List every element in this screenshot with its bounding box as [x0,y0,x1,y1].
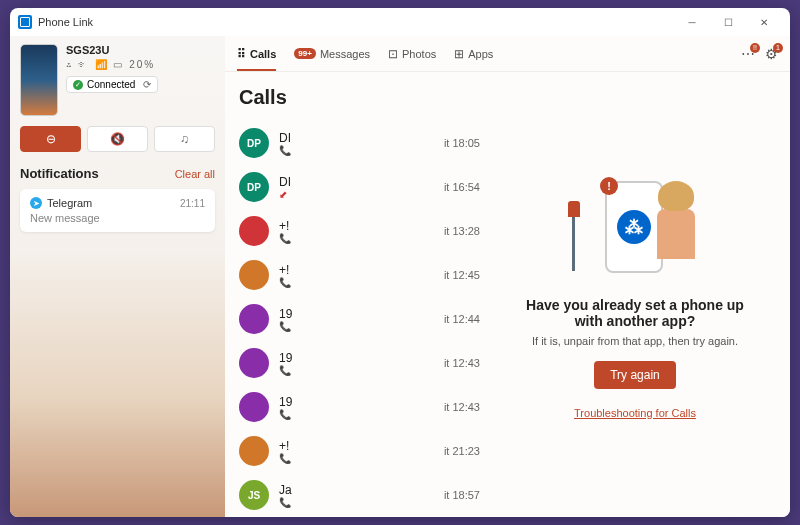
tab-messages-label: Messages [320,48,370,60]
photo-icon: ⊡ [388,47,398,61]
minimize-button[interactable]: ─ [674,8,710,36]
avatar [239,260,269,290]
call-type-icon: ⬋ [279,189,434,200]
wifi-icon: ᯤ [78,59,90,70]
call-info: DI📞 [279,131,434,156]
tab-apps-label: Apps [468,48,493,60]
call-type-icon: 📞 [279,321,434,332]
tab-calls-label: Calls [250,48,276,60]
call-time: it 13:28 [444,225,480,237]
apps-icon: ⊞ [454,47,464,61]
more-button[interactable]: ⋯ !! [741,46,755,62]
call-row[interactable]: +!📞it 12:45 [239,253,480,297]
main-panel: ⠿ Calls 99+ Messages ⊡ Photos ⊞ Apps ⋯ [225,36,790,517]
call-info: +!📞 [279,219,434,244]
avatar: JS [239,480,269,510]
call-row[interactable]: DPDI📞it 18:05 [239,121,480,165]
window-title: Phone Link [38,16,93,28]
tab-bar: ⠿ Calls 99+ Messages ⊡ Photos ⊞ Apps ⋯ [225,36,790,72]
device-name: SGS23U [66,44,215,56]
call-type-icon: 📞 [279,453,434,464]
action-row: ⊖ 🔇 ♫ [20,126,215,152]
app-body: SGS23U ⁂ ᯤ 📶 ▭ 20% ✓ Connected ⟳ [10,36,790,517]
call-row[interactable]: 19📞it 12:44 [239,297,480,341]
call-info: +!📞 [279,439,434,464]
try-again-button[interactable]: Try again [594,361,676,389]
call-type-icon: 📞 [279,145,434,156]
call-type-icon: 📞 [279,365,434,376]
avatar [239,216,269,246]
call-name: +! [279,219,434,233]
signal-icon: 📶 [95,59,109,70]
battery-percent: 20% [129,59,155,70]
call-row[interactable]: 19📞it 12:43 [239,385,480,429]
battery-icon: ▭ [113,59,124,70]
call-time: it 21:23 [444,445,480,457]
bluetooth-icon: ⁂ [617,210,651,244]
call-type-icon: 📞 [279,233,434,244]
refresh-icon[interactable]: ⟳ [143,79,151,90]
connection-status[interactable]: ✓ Connected ⟳ [66,76,158,93]
notification-message: New message [30,212,205,224]
avatar: DP [239,128,269,158]
call-type-icon: 📞 [279,497,434,508]
call-row[interactable]: 19📞it 12:43 [239,341,480,385]
troubleshooting-link[interactable]: Troubleshooting for Calls [574,407,696,419]
call-time: it 12:43 [444,401,480,413]
phone-thumbnail[interactable] [20,44,58,116]
notification-card[interactable]: ➤ Telegram 21:11 New message [20,189,215,232]
notifications-title: Notifications [20,166,99,181]
prompt-title: Have you already set a phone up with ano… [525,297,745,329]
call-time: it 12:45 [444,269,480,281]
call-info: 19📞 [279,395,434,420]
call-row[interactable]: JSJa📞it 18:57 [239,473,480,517]
call-type-icon: 📞 [279,277,434,288]
call-name: 19 [279,307,434,321]
calls-column: Calls DPDI📞it 18:05DPDI⬋it 16:54+!📞it 13… [225,72,480,517]
alert-icon: ! [600,177,618,195]
settings-button[interactable]: ⚙ 1 [765,46,778,62]
titlebar: Phone Link ─ ☐ ✕ [10,8,790,36]
call-time: it 18:57 [444,489,480,501]
call-info: 19📞 [279,351,434,376]
tabs-right: ⋯ !! ⚙ 1 [741,46,778,62]
check-icon: ✓ [73,80,83,90]
more-badge: !! [750,43,760,53]
close-button[interactable]: ✕ [746,8,782,36]
call-info: 19📞 [279,307,434,332]
call-time: it 12:43 [444,357,480,369]
clear-all-link[interactable]: Clear all [175,168,215,180]
dnd-button[interactable]: ⊖ [20,126,81,152]
call-time: it 16:54 [444,181,480,193]
tab-calls[interactable]: ⠿ Calls [237,36,276,71]
call-info: +!📞 [279,263,434,288]
call-name: +! [279,263,434,277]
call-row[interactable]: +!📞it 13:28 [239,209,480,253]
call-type-icon: 📞 [279,409,434,420]
prompt-subtitle: If it is, unpair from that app, then try… [532,335,738,347]
tab-photos-label: Photos [402,48,436,60]
avatar [239,348,269,378]
call-row[interactable]: DPDI⬋it 16:54 [239,165,480,209]
sidebar: SGS23U ⁂ ᯤ 📶 ▭ 20% ✓ Connected ⟳ [10,36,225,517]
content-area: Calls DPDI📞it 18:05DPDI⬋it 16:54+!📞it 13… [225,72,790,517]
calls-list[interactable]: DPDI📞it 18:05DPDI⬋it 16:54+!📞it 13:28+!📞… [239,121,480,517]
call-row[interactable]: +!📞it 21:23 [239,429,480,473]
call-time: it 12:44 [444,313,480,325]
tab-messages[interactable]: 99+ Messages [294,36,370,71]
window-controls: ─ ☐ ✕ [674,8,782,36]
device-info: SGS23U ⁂ ᯤ 📶 ▭ 20% ✓ Connected ⟳ [66,44,215,116]
device-section: SGS23U ⁂ ᯤ 📶 ▭ 20% ✓ Connected ⟳ [20,44,215,116]
music-button[interactable]: ♫ [154,126,215,152]
maximize-button[interactable]: ☐ [710,8,746,36]
notification-app: Telegram [47,197,92,209]
connection-label: Connected [87,79,135,90]
tab-apps[interactable]: ⊞ Apps [454,36,493,71]
calls-heading: Calls [239,86,480,109]
call-info: Ja📞 [279,483,434,508]
bluetooth-icon: ⁂ [66,59,73,70]
call-name: DI [279,131,434,145]
tab-photos[interactable]: ⊡ Photos [388,36,436,71]
mute-button[interactable]: 🔇 [87,126,148,152]
app-icon [18,15,32,29]
